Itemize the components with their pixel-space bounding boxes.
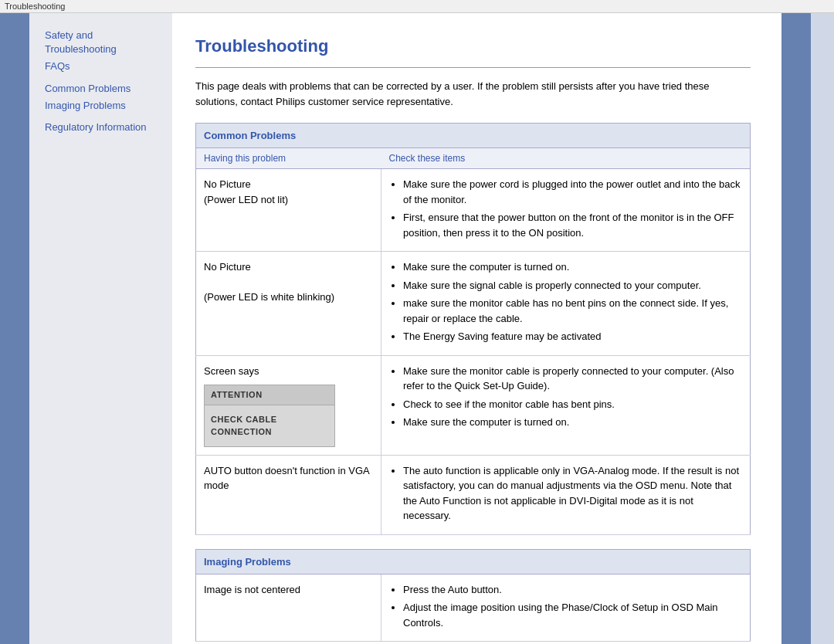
attention-box: ATTENTION CHECK CABLE CONNECTION (204, 385, 335, 447)
check-item: Press the Auto button. (403, 582, 742, 598)
check-item: Check to see if the monitor cable has be… (403, 397, 742, 412)
table-row: No Picture(Power LED is white blinking) … (196, 252, 751, 356)
table-row: Screen says ATTENTION CHECK CABLE CONNEC… (196, 355, 751, 455)
intro-text: This page deals with problems that can b… (195, 79, 751, 109)
table-row: AUTO button doesn't function in VGA mode… (196, 455, 751, 534)
checks-cell: The auto function is applicable only in … (381, 455, 751, 534)
imaging-problems-table: Imaging Problems Image is not centered P… (195, 549, 751, 642)
sidebar-group-regulatory: Regulatory Information (45, 120, 164, 134)
check-item: Make sure the computer is turned on. (403, 415, 742, 430)
sidebar-item-regulatory-information[interactable]: Regulatory Information (45, 120, 164, 134)
table-row: Image is not centered Press the Auto but… (196, 574, 751, 642)
imaging-problems-header: Imaging Problems (196, 549, 751, 574)
problem-text: AUTO button doesn't function in VGA mode (204, 465, 369, 492)
divider (195, 67, 751, 68)
check-item: The auto function is applicable only in … (403, 463, 742, 524)
title-bar-text: Troubleshooting (5, 2, 65, 11)
common-problems-table: Common Problems Having this problem Chec… (195, 123, 751, 535)
problem-cell: No Picture(Power LED not lit) (196, 169, 381, 252)
check-item: Make sure the computer is turned on. (403, 259, 742, 275)
left-accent (0, 13, 29, 644)
sidebar-group-main: Safety andTroubleshooting FAQs (45, 29, 164, 74)
problem-cell: No Picture(Power LED is white blinking) (196, 252, 381, 356)
sidebar-item-faqs[interactable]: FAQs (45, 59, 164, 73)
table-row: No Picture(Power LED not lit) Make sure … (196, 169, 751, 252)
checks-cell: Make sure the power cord is plugged into… (381, 169, 751, 252)
problem-cell: Screen says ATTENTION CHECK CABLE CONNEC… (196, 355, 381, 455)
check-item: First, ensure that the power button on t… (403, 210, 742, 240)
page-title: Troubleshooting (195, 36, 751, 56)
common-problems-header: Common Problems (196, 124, 751, 148)
main-content: Troubleshooting This page deals with pro… (172, 13, 781, 644)
check-item: Make sure the power cord is plugged into… (403, 177, 742, 207)
title-bar: Troubleshooting (0, 0, 834, 13)
checks-cell: Press the Auto button. Adjust the image … (381, 574, 751, 642)
problem-label: Screen says (204, 365, 259, 377)
sidebar-item-safety-troubleshooting[interactable]: Safety andTroubleshooting (45, 29, 164, 56)
check-item: Adjust the image position using the Phas… (403, 600, 742, 630)
far-right (811, 13, 834, 644)
sidebar: Safety andTroubleshooting FAQs Common Pr… (29, 13, 172, 644)
attention-header: ATTENTION (205, 385, 334, 405)
problem-cell: Image is not centered (196, 574, 381, 642)
sidebar-item-imaging-problems[interactable]: Imaging Problems (45, 99, 164, 113)
col-header-having-problem: Having this problem (196, 148, 381, 169)
problem-text: No Picture(Power LED is white blinking) (204, 261, 334, 303)
checks-cell: Make sure the computer is turned on. Mak… (381, 252, 751, 356)
check-item: Make sure the signal cable is properly c… (403, 278, 742, 293)
problem-text: No Picture(Power LED not lit) (204, 178, 288, 205)
sidebar-item-common-problems[interactable]: Common Problems (45, 82, 164, 96)
check-item: make sure the monitor cable has no bent … (403, 296, 742, 326)
attention-body: CHECK CABLE CONNECTION (205, 405, 334, 446)
problem-cell: AUTO button doesn't function in VGA mode (196, 455, 381, 534)
right-accent (781, 13, 811, 644)
checks-cell: Make sure the monitor cable is properly … (381, 355, 751, 455)
check-item: The Energy Saving feature may be activat… (403, 329, 742, 344)
check-item: Make sure the monitor cable is properly … (403, 364, 742, 394)
col-header-check-items: Check these items (381, 148, 751, 169)
sidebar-group-sections: Common Problems Imaging Problems (45, 82, 164, 113)
problem-text: Image is not centered (204, 584, 300, 595)
